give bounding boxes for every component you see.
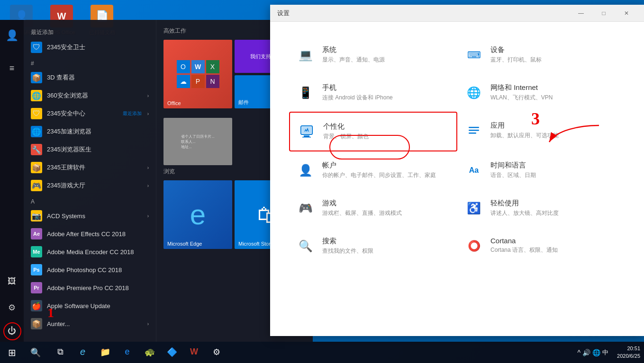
start-hamburger[interactable]: ≡ <box>1 58 23 79</box>
app-item-me[interactable]: Me Adobe Media Encoder CC 2018 <box>24 243 156 261</box>
app-item-pr[interactable]: Pr Adobe Premiere Pro CC 2018 <box>24 279 156 297</box>
ease-text: 轻松使用 讲述人、放大镜、高对比度 <box>490 199 618 217</box>
game-desc: 游戏栏、截屏、直播、游戏模式 <box>322 209 450 217</box>
search-settings-icon: 🔍 <box>296 237 315 256</box>
taskbar-tray: ^ 🔊 🌐 中 <box>572 348 613 357</box>
expand-arrow6: › <box>147 321 149 327</box>
settings-item-system[interactable]: 💻 系统 显示、声音、通知、电源 <box>289 36 457 74</box>
network-icon: 🌐 <box>464 83 483 102</box>
start-button[interactable]: ⊞ <box>0 342 24 363</box>
settings-item-personalize[interactable]: 个性化 背景、锁屏、颜色 <box>289 112 457 151</box>
start-icon: ⊞ <box>8 347 16 358</box>
settings-title: 设置 <box>277 9 290 18</box>
app-icon-2345software: 📦 <box>31 162 42 173</box>
settings-item-phone[interactable]: 📱 手机 连接 Android 设备和 iPhone <box>289 74 457 112</box>
tile-email-label: 邮件 <box>238 99 249 106</box>
green-icon: 🐢 <box>145 347 155 357</box>
settings-item-time[interactable]: Aa 时间和语言 语音、区域、日期 <box>457 151 626 189</box>
search-title: 搜索 <box>322 237 450 246</box>
tray-network-icon[interactable]: 🌐 <box>592 349 600 356</box>
start-left-icon-strip: 👤 ≡ 🖼 ⚙ ⏻ <box>0 20 24 342</box>
settings-item-game[interactable]: 🎮 游戏 游戏栏、截屏、直播、游戏模式 <box>289 189 457 227</box>
app-name-aunter: Aunter... <box>47 320 147 328</box>
settings-item-account[interactable]: 👤 帐户 你的帐户、电子邮件、同步设置、工作、家庭 <box>289 151 457 189</box>
app-icon-360browser: 🌐 <box>31 90 42 101</box>
start-settings-icon[interactable]: ⚙ <box>1 297 23 318</box>
hash-section-title: # <box>24 56 156 69</box>
personalize-svg <box>300 125 313 138</box>
app-item-aunter[interactable]: 📦 Aunter... › <box>24 315 156 333</box>
tile-doc[interactable]: 省个人了日历卡片...联系人...地址... <box>163 118 232 165</box>
apps-icon <box>464 121 483 140</box>
time-title: 时间和语言 <box>490 161 618 170</box>
app-item-2345software[interactable]: 📦 2345王牌软件 › <box>24 159 156 177</box>
account-desc: 你的帐户、电子邮件、同步设置、工作、家庭 <box>322 171 450 179</box>
taskbar-explorer[interactable]: 📁 <box>94 342 116 363</box>
taskbar-wps[interactable]: W <box>183 342 205 363</box>
cortana-desc: Cortana 语言、权限、通知 <box>490 246 618 254</box>
expand-arrow5: › <box>147 213 149 219</box>
tile-edge[interactable]: e Microsoft Edge <box>163 180 232 249</box>
office-apps-grid: O W X ☁ P N <box>170 53 227 95</box>
taskbar-edge[interactable]: e <box>72 342 93 363</box>
taskbar-task-view[interactable]: ⧉ <box>50 342 71 363</box>
app-item-ps[interactable]: Ps Adobe Photoshop CC 2018 <box>24 261 156 279</box>
app-icon-2345security: 🛡 <box>31 42 42 53</box>
app-item-2345doctor[interactable]: 🔧 2345浏览器医生 <box>24 141 156 159</box>
taskbar-search-button[interactable]: 🔍 <box>24 342 47 363</box>
taskbar-green[interactable]: 🐢 <box>139 342 160 363</box>
app-item-2345center[interactable]: 🛡 2345安全中心 最近添加 › <box>24 105 156 123</box>
app-name-2345doctor: 2345浏览器医生 <box>47 145 149 154</box>
clock-date: 2020/6/25 <box>617 353 640 360</box>
game-title: 游戏 <box>322 199 450 208</box>
app-item-360browser[interactable]: 🌐 360安全浏览器 › <box>24 87 156 105</box>
app-icon-me: Me <box>31 246 42 257</box>
annotation-number-1: 1 <box>47 305 54 320</box>
network-desc: WLAN、飞行模式、VPN <box>490 94 618 102</box>
settings-item-cortana[interactable]: ⭕ Cortana Cortana 语言、权限、通知 <box>457 227 626 265</box>
close-button[interactable]: ✕ <box>616 6 637 20</box>
taskbar: ⊞ 🔍 ⧉ e 📁 e 🐢 🔷 W <box>0 342 644 363</box>
taskbar-ie[interactable]: e <box>117 342 138 363</box>
minimize-button[interactable]: — <box>570 6 592 20</box>
app-item-2345fast[interactable]: 🌐 2345加速浏览器 <box>24 123 156 141</box>
app-name-2345software: 2345王牌软件 <box>47 163 147 172</box>
tray-speaker-icon[interactable]: 🔊 <box>582 349 590 356</box>
search-desc: 查找我的文件、权限 <box>322 247 450 255</box>
settings-item-network[interactable]: 🌐 网络和 Internet WLAN、飞行模式、VPN <box>457 74 626 112</box>
settings-grid: 💻 系统 显示、声音、通知、电源 ⌨ 设备 蓝牙、打印机、鼠标 <box>289 36 626 265</box>
app-name-pr: Adobe Premiere Pro CC 2018 <box>47 284 149 292</box>
tile-doc-content: 省个人了日历卡片...联系人...地址... <box>181 134 215 150</box>
tray-expand-icon[interactable]: ^ <box>577 349 581 356</box>
account-icon: 👤 <box>296 161 315 180</box>
settings-item-search[interactable]: 🔍 搜索 查找我的文件、权限 <box>289 227 457 265</box>
app-item-2345game[interactable]: 🎮 2345游戏大厅 › <box>24 177 156 195</box>
start-user-icon[interactable]: 👤 <box>1 25 23 46</box>
desktop: 👤 波仔数码科 技 W WPS Office 📄 已扫描文档 👤 ≡ 🖼 ⚙ ⏻… <box>0 0 644 363</box>
tile-office[interactable]: O W X ☁ P N Office <box>163 40 232 108</box>
task-view-icon: ⧉ <box>57 347 63 357</box>
svg-rect-3 <box>302 137 311 138</box>
taskbar-rings[interactable]: 🔷 <box>161 342 182 363</box>
ease-desc: 讲述人、放大镜、高对比度 <box>490 209 618 217</box>
app-icon-2345fast: 🌐 <box>31 126 42 137</box>
settings-item-device[interactable]: ⌨ 设备 蓝牙、打印机、鼠标 <box>457 36 626 74</box>
settings-item-ease[interactable]: ♿ 轻松使用 讲述人、放大镜、高对比度 <box>457 189 626 227</box>
office-app-word: W <box>191 60 205 73</box>
app-item-2345security[interactable]: 🛡 2345安全卫士 <box>24 38 156 56</box>
start-power-icon[interactable]: ⏻ <box>1 320 23 342</box>
maximize-button[interactable]: □ <box>593 6 615 20</box>
app-item-3dviewer[interactable]: 📦 3D 查看器 <box>24 69 156 87</box>
tray-lang-icon[interactable]: 中 <box>602 348 608 357</box>
app-item-ae[interactable]: Ae Adobe After Effects CC 2018 <box>24 225 156 243</box>
app-item-apple[interactable]: 🍎 Apple Software Update <box>24 297 156 315</box>
app-name-apple: Apple Software Update <box>47 302 149 310</box>
start-photo-icon[interactable]: 🖼 <box>1 271 23 292</box>
svg-rect-6 <box>469 133 476 134</box>
game-text: 游戏 游戏栏、截屏、直播、游戏模式 <box>322 199 450 217</box>
taskbar-settings[interactable]: ⚙ <box>206 342 227 363</box>
office-app-on: N <box>206 75 219 88</box>
app-icon-ps: Ps <box>31 264 42 275</box>
taskbar-clock[interactable]: 20:51 2020/6/25 <box>613 345 644 360</box>
app-item-acd[interactable]: 📷 ACD Systems › <box>24 207 156 225</box>
